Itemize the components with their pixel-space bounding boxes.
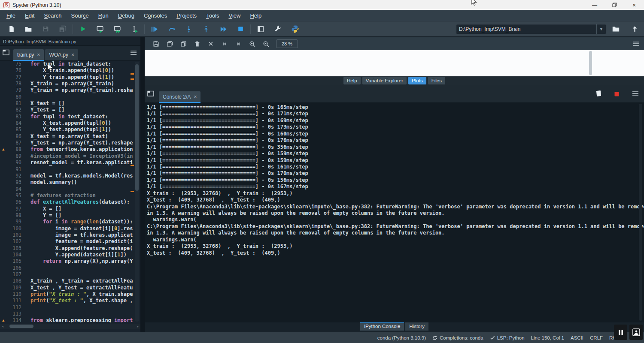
- previous-plot-icon[interactable]: [218, 39, 231, 49]
- menu-tools[interactable]: Tools: [201, 10, 224, 21]
- editor-scrollbar-thumb[interactable]: [135, 64, 139, 191]
- pane-tab-help[interactable]: Help: [343, 77, 361, 84]
- bottom-tab-history[interactable]: History: [405, 322, 428, 331]
- close-tab-icon[interactable]: ×: [71, 52, 74, 58]
- maximize-pane-icon[interactable]: [252, 23, 269, 36]
- python-env-icon[interactable]: [286, 23, 304, 36]
- line-number: 98: [15, 212, 21, 218]
- console-options-menu-icon[interactable]: [632, 90, 639, 98]
- editor-vertical-scrollbar[interactable]: [135, 62, 139, 322]
- minimize-button[interactable]: —: [585, 0, 605, 10]
- code-text: feature = model.predict(i: [27, 238, 133, 245]
- overlay-widget: [614, 325, 643, 340]
- line-number: 103: [12, 245, 21, 251]
- preferences-wrench-icon[interactable]: [269, 23, 286, 36]
- parent-directory-icon[interactable]: [626, 23, 643, 36]
- browse-tabs-icon[interactable]: [3, 49, 10, 57]
- save-all-plots-icon[interactable]: [163, 39, 176, 49]
- copy-plot-icon[interactable]: [176, 39, 190, 49]
- save-plot-icon[interactable]: [149, 39, 163, 49]
- scroll-left-arrow-icon[interactable]: ◂: [2, 325, 3, 328]
- menu-file[interactable]: File: [2, 10, 20, 21]
- console-tabstrip: Console 2/A ×: [145, 85, 644, 103]
- editor-tab-woa.py[interactable]: WOA.py×: [45, 49, 78, 60]
- pause-recording-button[interactable]: [614, 325, 627, 340]
- restore-button[interactable]: [605, 0, 624, 10]
- debug-step-into-icon[interactable]: [180, 23, 197, 36]
- plots-options-menu-icon[interactable]: [633, 41, 640, 48]
- code-text: [27, 186, 30, 193]
- menu-search[interactable]: Search: [39, 10, 66, 21]
- menu-source[interactable]: Source: [67, 10, 94, 21]
- interpreter-status[interactable]: conda (Python 3.10.9): [377, 335, 426, 340]
- menu-help[interactable]: Help: [245, 10, 266, 21]
- editor-gutter-cell: 97: [0, 206, 27, 212]
- editor-code[interactable]: 75for tupl in train_dataset:76 X_train.a…: [0, 61, 140, 322]
- pane-tab-files[interactable]: Files: [428, 77, 445, 84]
- open-file-icon[interactable]: [20, 23, 37, 36]
- scroll-right-arrow-icon[interactable]: ▸: [137, 325, 139, 328]
- line-number: 80: [15, 94, 21, 100]
- console-tab[interactable]: Console 2/A ×: [159, 91, 200, 102]
- debug-step-over-icon[interactable]: [163, 23, 180, 36]
- plots-scrollbar-thumb[interactable]: [589, 51, 592, 75]
- code-text: def extractAllFeatures(dataset):: [27, 199, 130, 205]
- editor-horizontal-scrollbar[interactable]: ◂ ▸: [0, 324, 140, 329]
- editor-gutter-cell: 108: [0, 278, 27, 284]
- debug-continue-icon[interactable]: [215, 23, 232, 36]
- console-vertical-scrollbar[interactable]: [639, 104, 642, 321]
- close-all-plots-icon[interactable]: [204, 39, 218, 49]
- save-icon-disabled[interactable]: [37, 23, 54, 36]
- close-tab-icon[interactable]: ×: [37, 52, 40, 58]
- menu-run[interactable]: Run: [94, 10, 113, 21]
- next-plot-icon[interactable]: [231, 39, 245, 49]
- plots-canvas[interactable]: [145, 50, 644, 76]
- editor-line: ▲114from sklearn.preprocessing import: [0, 317, 140, 322]
- menu-projects[interactable]: Projects: [172, 10, 201, 21]
- menu-edit[interactable]: Edit: [20, 10, 39, 21]
- pane-tab-variable-explorer[interactable]: Variable Explorer: [362, 77, 407, 84]
- debug-step-return-icon[interactable]: [197, 23, 215, 36]
- editor-hscroll-thumb[interactable]: [9, 325, 33, 328]
- stop-debug-icon[interactable]: [232, 23, 249, 36]
- line-number: 79: [15, 87, 21, 93]
- run-selection-icon[interactable]: [126, 23, 143, 36]
- browse-working-directory-icon[interactable]: [607, 23, 624, 36]
- debug-file-icon[interactable]: [146, 23, 163, 36]
- title-bar: S Spyder (Python 3.10) — ×: [0, 0, 644, 10]
- pane-tab-plots[interactable]: Plots: [408, 77, 426, 84]
- browse-tabs-icon[interactable]: [147, 90, 155, 99]
- menu-consoles[interactable]: Consoles: [139, 10, 172, 21]
- editor-gutter-cell: 94: [0, 186, 27, 193]
- save-all-icon-disabled[interactable]: [54, 23, 71, 36]
- working-directory-combo[interactable]: D:\Python_Imp\SVM_Brain ▼: [456, 24, 606, 34]
- close-button[interactable]: ×: [624, 0, 644, 10]
- interrupt-kernel-icon[interactable]: [614, 90, 619, 98]
- console-output[interactable]: 1/1 [==============================] - 0…: [145, 103, 644, 322]
- bottom-tab-ipython-console[interactable]: IPython Console: [360, 322, 404, 331]
- remove-plot-icon[interactable]: [190, 39, 204, 49]
- combo-dropdown-caret-icon[interactable]: ▼: [596, 24, 603, 34]
- completions-status[interactable]: Completions: conda: [432, 335, 483, 340]
- menu-debug[interactable]: Debug: [113, 10, 139, 21]
- editor-line: 107: [0, 271, 140, 278]
- mouse-cursor-secondary: [471, 0, 478, 7]
- run-cell-icon[interactable]: [91, 23, 109, 36]
- console-line: 1/1 [==============================] - 0…: [147, 170, 644, 177]
- webcam-overlay-button[interactable]: [629, 325, 643, 340]
- run-cell-advance-icon[interactable]: [109, 23, 126, 36]
- zoom-out-icon[interactable]: [259, 39, 273, 49]
- console-environment-icon[interactable]: [596, 90, 601, 99]
- console-line: 1/1 [==============================] - 0…: [147, 104, 644, 111]
- close-tab-icon[interactable]: ×: [194, 94, 197, 100]
- zoom-in-icon[interactable]: [245, 39, 259, 49]
- lsp-status[interactable]: LSP: Python: [490, 335, 525, 340]
- editor-line: 102 feature = model.predict(i: [0, 238, 140, 245]
- menu-view[interactable]: View: [224, 10, 245, 21]
- editor-options-menu-icon[interactable]: [130, 50, 137, 57]
- code-text: model = tf.keras.models.Model(res: [27, 173, 133, 179]
- run-file-icon[interactable]: [74, 23, 91, 36]
- window-title: Spyder (Python 3.10): [12, 2, 61, 8]
- new-file-icon[interactable]: [3, 23, 20, 36]
- editor-tab-train.py[interactable]: train.py×: [13, 49, 44, 60]
